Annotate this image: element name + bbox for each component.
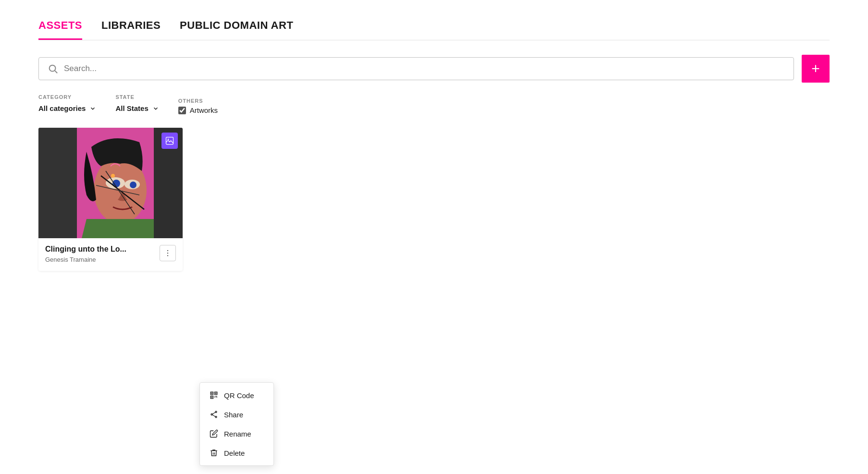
svg-rect-24 (211, 393, 212, 394)
state-filter: STATE All States (115, 94, 159, 114)
tab-libraries[interactable]: LIBRARIES (101, 14, 161, 40)
search-box[interactable] (38, 57, 794, 80)
search-input[interactable] (64, 64, 785, 73)
asset-card-info: Clinging unto the Lo... Genesis Tramaine (38, 238, 183, 271)
svg-point-17 (168, 139, 169, 140)
state-select[interactable]: All States (115, 102, 159, 114)
svg-rect-25 (215, 393, 216, 394)
image-type-icon (165, 136, 174, 146)
artworks-checkbox[interactable] (178, 107, 186, 114)
svg-rect-16 (166, 137, 174, 145)
asset-card-text: Clinging unto the Lo... Genesis Tramaine (45, 245, 126, 263)
svg-line-37 (212, 415, 215, 417)
svg-rect-30 (215, 397, 216, 398)
svg-line-1 (55, 71, 57, 73)
nav-tabs: ASSETS LIBRARIES PUBLIC DOMAIN ART (38, 14, 830, 40)
more-options-button[interactable] (160, 245, 176, 261)
others-filter: OTHERS Artworks (178, 98, 218, 114)
svg-rect-31 (216, 397, 217, 398)
context-menu-share[interactable]: Share (200, 405, 273, 424)
qr-code-label: QR Code (224, 391, 254, 400)
svg-point-19 (167, 253, 168, 254)
filter-row: CATEGORY All categories STATE All States… (38, 94, 830, 114)
add-button[interactable]: + (802, 55, 830, 83)
share-label: Share (224, 411, 243, 419)
more-vertical-icon (163, 249, 172, 257)
artwork-image (38, 128, 183, 238)
artworks-checkbox-label[interactable]: Artworks (178, 106, 218, 114)
category-filter: CATEGORY All categories (38, 94, 96, 114)
qr-code-icon (210, 391, 218, 400)
others-label: OTHERS (178, 98, 218, 104)
tab-assets[interactable]: ASSETS (38, 14, 82, 40)
category-chevron-icon (89, 105, 96, 112)
asset-card: Clinging unto the Lo... Genesis Tramaine (38, 128, 183, 271)
rename-icon (210, 429, 218, 438)
svg-rect-28 (215, 396, 216, 397)
tab-public-domain-art[interactable]: PUBLIC DOMAIN ART (180, 14, 293, 40)
svg-rect-32 (216, 396, 217, 397)
asset-author: Genesis Tramaine (45, 256, 126, 263)
category-select[interactable]: All categories (38, 102, 96, 114)
svg-point-8 (130, 182, 136, 188)
state-selected-value: All States (115, 104, 148, 112)
category-label: CATEGORY (38, 94, 96, 100)
context-menu-delete[interactable]: Delete (200, 443, 273, 462)
svg-point-33 (215, 411, 217, 413)
context-menu-qr-code[interactable]: QR Code (200, 386, 273, 405)
asset-title: Clinging unto the Lo... (45, 245, 126, 254)
search-icon (48, 63, 58, 74)
svg-point-18 (167, 250, 168, 251)
svg-rect-29 (216, 396, 217, 397)
asset-card-image (38, 128, 183, 238)
share-icon (210, 410, 218, 419)
asset-type-badge (161, 133, 178, 149)
svg-point-20 (167, 255, 168, 256)
category-selected-value: All categories (38, 104, 86, 112)
state-chevron-icon (152, 105, 159, 112)
search-row: + (38, 55, 830, 83)
svg-rect-26 (211, 397, 212, 398)
state-label: STATE (115, 94, 159, 100)
svg-point-0 (50, 65, 56, 72)
svg-point-34 (211, 414, 212, 415)
artworks-label: Artworks (190, 106, 218, 114)
svg-point-15 (111, 174, 115, 178)
context-menu: QR Code Share Rename (199, 382, 274, 466)
svg-point-35 (215, 416, 217, 418)
rename-label: Rename (224, 430, 251, 438)
svg-rect-13 (38, 128, 77, 238)
delete-label: Delete (224, 449, 245, 457)
context-menu-rename[interactable]: Rename (200, 424, 273, 443)
delete-icon (210, 449, 218, 457)
svg-line-36 (212, 413, 215, 414)
main-container: ASSETS LIBRARIES PUBLIC DOMAIN ART + CAT… (0, 0, 868, 285)
asset-grid: Clinging unto the Lo... Genesis Tramaine (38, 128, 830, 271)
